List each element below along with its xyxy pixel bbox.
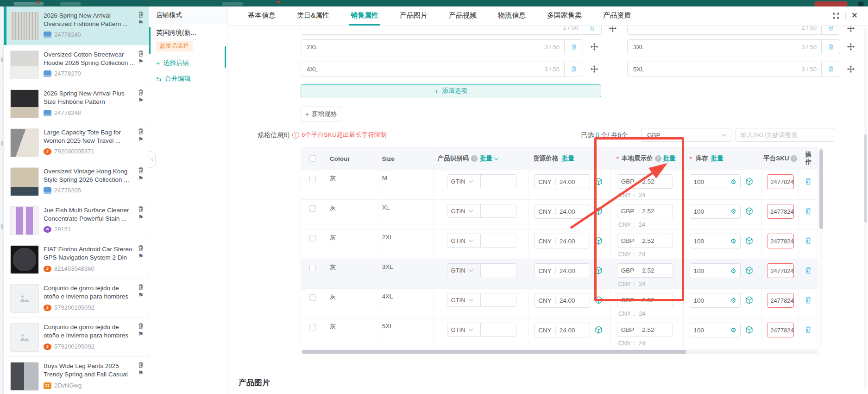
delete-option-button[interactable]	[583, 26, 601, 34]
modal-scrollbar[interactable]	[864, 28, 867, 389]
sync-price-icon[interactable]	[595, 296, 603, 305]
gear-icon[interactable]: ⚙	[730, 267, 736, 274]
code-value-input[interactable]	[481, 264, 516, 277]
select-shop-button[interactable]: + 选择店铺	[156, 59, 227, 67]
help-icon[interactable]: ?	[471, 155, 478, 162]
product-list-item[interactable]: 2026 Spring New Arrival Plus Size Fishbo…	[4, 84, 149, 123]
platform-sku-input[interactable]: 24778240-	[767, 234, 794, 248]
row-checkbox[interactable]	[309, 235, 316, 241]
code-type-select[interactable]: GTIN	[447, 234, 481, 247]
size-option-input[interactable]: 3XL 3 / 50	[627, 39, 840, 54]
gear-icon[interactable]: ⚙	[730, 178, 736, 185]
delete-product-icon[interactable]	[138, 12, 144, 18]
add-spec-button[interactable]: + 新增规格	[301, 107, 341, 121]
product-list-item[interactable]: 2026 Spring New Arrival Oversized Fishbo…	[4, 6, 149, 45]
flag-icon[interactable]: ⚑	[138, 59, 144, 64]
tab-sales-attrs[interactable]: 销售属性	[349, 6, 380, 25]
stock-input[interactable]: 100⚙	[690, 234, 741, 248]
flag-icon[interactable]: ⚑	[138, 176, 144, 181]
sync-price-icon[interactable]	[595, 326, 603, 335]
delete-product-icon[interactable]	[138, 362, 144, 368]
stock-input[interactable]: 100⚙	[690, 293, 741, 308]
delete-row-icon[interactable]	[805, 297, 811, 305]
product-list-item[interactable]: Large Capacity Tote Bag for Women 2025 N…	[4, 123, 149, 162]
table-horizontal-scrollbar[interactable]	[301, 350, 818, 354]
platform-sku-input[interactable]: 24778240-	[767, 323, 794, 337]
tab-multi-country[interactable]: 多国家售卖	[545, 6, 584, 25]
platform-sku-input[interactable]: 24778240-	[767, 263, 794, 278]
delete-product-icon[interactable]	[138, 128, 144, 134]
row-checkbox[interactable]	[309, 265, 316, 271]
row-checkbox[interactable]	[309, 324, 316, 330]
product-list-item[interactable]: Oversized Vintage Hong Kong Style Spring…	[4, 162, 149, 201]
source-price-input[interactable]: CNY24.00	[534, 204, 590, 219]
gear-icon[interactable]: ⚙	[730, 297, 736, 304]
sync-price-icon[interactable]	[595, 207, 603, 216]
tab-product-video[interactable]: 产品视频	[447, 6, 478, 25]
scrollbar-thumb[interactable]	[302, 350, 686, 354]
source-price-input[interactable]: CNY24.00	[534, 263, 590, 278]
source-price-input[interactable]: CNY24.00	[534, 323, 590, 337]
drag-handle-icon[interactable]	[591, 43, 598, 51]
batch-source-price-link[interactable]: 批量	[562, 154, 574, 163]
gear-icon[interactable]: ⚙	[730, 326, 736, 334]
delete-product-icon[interactable]	[138, 167, 144, 173]
product-list-item[interactable]: Oversized Cotton Streetwear Hoodie 2026 …	[4, 45, 149, 84]
platform-sku-input[interactable]: 24778240-	[767, 174, 794, 189]
selected-shop-block[interactable]: 英国跨境(新... 新发品流程	[149, 24, 227, 51]
delete-product-icon[interactable]	[138, 245, 144, 251]
publish-button-sliver[interactable]	[814, 1, 848, 6]
code-type-select[interactable]: GTIN	[447, 323, 481, 336]
stock-input[interactable]: 100⚙	[690, 263, 741, 278]
local-price-input[interactable]: GBP2.52	[617, 263, 673, 278]
product-list-item[interactable]: FIAT Fiorino Android Car Stereo GPS Navi…	[4, 240, 149, 279]
code-value-input[interactable]	[481, 323, 516, 336]
product-list-item[interactable]: Boys Wide Leg Pants 2025 Trendy Spring a…	[4, 357, 149, 394]
delete-option-button[interactable]	[821, 40, 840, 54]
code-value-input[interactable]	[481, 293, 516, 306]
tab-product-images[interactable]: 产品图片	[398, 6, 429, 25]
code-value-input[interactable]	[481, 175, 516, 188]
delete-option-button[interactable]	[821, 26, 840, 34]
batch-stock-link[interactable]: 批量	[711, 154, 723, 163]
delete-row-icon[interactable]	[805, 208, 811, 216]
drag-handle-icon[interactable]	[609, 26, 616, 32]
sync-stock-icon[interactable]	[745, 207, 753, 216]
select-all-checkbox[interactable]	[309, 155, 316, 162]
fullscreen-icon[interactable]	[832, 12, 840, 19]
size-option-input[interactable]: 4XL 3 / 50	[301, 62, 583, 76]
flag-icon[interactable]: ⚑	[138, 98, 144, 103]
tab-basic-info[interactable]: 基本信息	[246, 6, 277, 25]
platform-sku-input[interactable]: 24778240-	[767, 293, 794, 308]
stock-input[interactable]: 100⚙	[690, 323, 741, 337]
delete-product-icon[interactable]	[138, 206, 144, 212]
size-option-input[interactable]: 1 / 50	[301, 26, 602, 35]
panel-scrollbar-thumb[interactable]	[225, 46, 226, 68]
size-option-input[interactable]: 5XL 3 / 50	[627, 62, 840, 76]
drag-handle-icon[interactable]	[847, 65, 855, 73]
product-list-item[interactable]: Conjunto de gorro tejido de otoño e invi…	[4, 279, 149, 318]
gear-icon[interactable]: ⚙	[730, 237, 736, 245]
delete-product-icon[interactable]	[138, 89, 144, 95]
collapse-sidebar-button[interactable]: ‹	[149, 151, 156, 168]
delete-option-button[interactable]	[564, 40, 583, 54]
flag-icon[interactable]: ⚑	[138, 254, 144, 259]
batch-code-link[interactable]: 批量	[480, 154, 492, 163]
local-price-input[interactable]: GBP2.52	[617, 234, 673, 248]
sku-search-input[interactable]	[736, 128, 834, 142]
merge-edit-button[interactable]: ⇆ 合并编辑	[156, 75, 227, 83]
sync-stock-icon[interactable]	[745, 326, 753, 335]
delete-product-icon[interactable]	[138, 51, 144, 57]
row-checkbox[interactable]	[309, 205, 316, 212]
source-price-input[interactable]: CNY24.00	[534, 293, 590, 308]
code-type-select[interactable]: GTIN	[447, 264, 481, 277]
product-list-item[interactable]: Jue Fish Multi Surface Cleaner Concentra…	[4, 201, 149, 240]
size-option-input[interactable]: 2XL 3 / 50	[301, 39, 583, 54]
tab-qualifications[interactable]: 产品资质	[601, 6, 633, 25]
delete-row-icon[interactable]	[805, 326, 811, 335]
source-price-input[interactable]: CNY24.00	[534, 234, 590, 248]
close-icon[interactable]: ✕	[851, 12, 858, 19]
stock-input[interactable]: 100⚙	[690, 204, 741, 219]
stock-input[interactable]: 100⚙	[690, 174, 741, 189]
batch-local-price-link[interactable]: 批量	[663, 154, 676, 163]
